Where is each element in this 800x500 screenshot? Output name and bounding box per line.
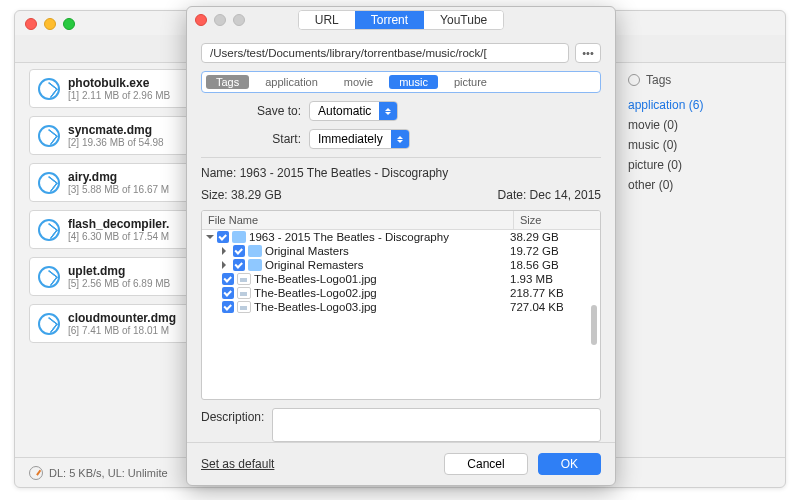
- table-row[interactable]: The-Beatles-Logo03.jpg727.04 KB: [202, 300, 600, 314]
- file-size: 1.93 MB: [510, 273, 596, 285]
- description-input[interactable]: [272, 408, 601, 442]
- tag-filter[interactable]: music (0): [628, 135, 773, 155]
- download-name: photobulk.exe: [68, 76, 170, 90]
- table-row[interactable]: The-Beatles-Logo01.jpg1.93 MB: [202, 272, 600, 286]
- speed-icon: [29, 466, 43, 480]
- download-item[interactable]: cloudmounter.dmg[6] 7.41 MB of 18.01 M: [29, 304, 199, 343]
- tag-filter[interactable]: application (6): [628, 95, 773, 115]
- table-row[interactable]: 1963 - 2015 The Beatles - Discography38.…: [202, 230, 600, 244]
- file-size: 19.72 GB: [510, 245, 596, 257]
- file-size: 218.77 KB: [510, 287, 596, 299]
- progress-icon: [38, 78, 60, 100]
- progress-icon: [38, 313, 60, 335]
- start-label: Start:: [241, 132, 301, 146]
- tag-filter[interactable]: other (0): [628, 175, 773, 195]
- file-name: The-Beatles-Logo01.jpg: [254, 273, 377, 285]
- download-item[interactable]: flash_decompiler.[4] 6.30 MB of 17.54 M: [29, 210, 199, 249]
- add-torrent-dialog: URL Torrent YouTube /Users/test/Document…: [186, 6, 616, 486]
- save-to-label: Save to:: [241, 104, 301, 118]
- status-text: DL: 5 KB/s, UL: Unlimite: [49, 467, 168, 479]
- table-row[interactable]: Original Masters19.72 GB: [202, 244, 600, 258]
- tags-label-chip: Tags: [206, 75, 249, 89]
- col-filename[interactable]: File Name: [202, 211, 514, 229]
- close-icon[interactable]: [25, 18, 37, 30]
- progress-icon: [38, 266, 60, 288]
- download-meta: [4] 6.30 MB of 17.54 M: [68, 231, 169, 242]
- table-row[interactable]: The-Beatles-Logo02.jpg218.77 KB: [202, 286, 600, 300]
- progress-icon: [38, 219, 60, 241]
- checkbox[interactable]: [217, 231, 229, 243]
- save-to-select[interactable]: Automatic: [309, 101, 398, 121]
- start-select[interactable]: Immediately: [309, 129, 410, 149]
- file-name: The-Beatles-Logo02.jpg: [254, 287, 377, 299]
- download-name: uplet.dmg: [68, 264, 170, 278]
- source-tabs: URL Torrent YouTube: [298, 10, 505, 30]
- path-field[interactable]: /Users/test/Documents/library/torrentbas…: [201, 43, 569, 63]
- download-item[interactable]: syncmate.dmg[2] 19.36 MB of 54.98: [29, 116, 199, 155]
- tag-filter[interactable]: picture (0): [628, 155, 773, 175]
- checkbox[interactable]: [233, 259, 245, 271]
- tags-heading: Tags: [628, 73, 773, 87]
- download-item[interactable]: airy.dmg[3] 5.88 MB of 16.67 M: [29, 163, 199, 202]
- download-item[interactable]: uplet.dmg[5] 2.56 MB of 6.89 MB: [29, 257, 199, 296]
- file-name: The-Beatles-Logo03.jpg: [254, 301, 377, 313]
- torrent-name: 1963 - 2015 The Beatles - Discography: [240, 166, 449, 180]
- progress-icon: [38, 125, 60, 147]
- disclosure-triangle-icon[interactable]: [206, 235, 214, 243]
- close-icon[interactable]: [195, 14, 207, 26]
- file-name: 1963 - 2015 The Beatles - Discography: [249, 231, 449, 243]
- tag-movie[interactable]: movie: [334, 75, 383, 89]
- file-icon: [237, 287, 251, 299]
- downloads-list: photobulk.exe[1] 2.11 MB of 2.96 MBsyncm…: [15, 63, 205, 457]
- folder-icon: [248, 245, 262, 257]
- checkbox[interactable]: [222, 301, 234, 313]
- folder-icon: [232, 231, 246, 243]
- download-name: flash_decompiler.: [68, 217, 169, 231]
- minimize-icon[interactable]: [44, 18, 56, 30]
- tag-picker: Tags application movie music picture: [201, 71, 601, 93]
- tags-panel: Tags application (6)movie (0)music (0)pi…: [615, 63, 785, 457]
- download-meta: [3] 5.88 MB of 16.67 M: [68, 184, 169, 195]
- tag-music[interactable]: music: [389, 75, 438, 89]
- file-size: 18.56 GB: [510, 259, 596, 271]
- download-name: airy.dmg: [68, 170, 169, 184]
- chevron-updown-icon: [391, 130, 409, 148]
- file-name: Original Masters: [265, 245, 349, 257]
- download-item[interactable]: photobulk.exe[1] 2.11 MB of 2.96 MB: [29, 69, 199, 108]
- scrollbar-thumb[interactable]: [591, 305, 597, 345]
- download-meta: [1] 2.11 MB of 2.96 MB: [68, 90, 170, 101]
- disclosure-triangle-icon[interactable]: [222, 261, 230, 269]
- table-row[interactable]: Original Remasters18.56 GB: [202, 258, 600, 272]
- download-meta: [6] 7.41 MB of 18.01 M: [68, 325, 176, 336]
- checkbox[interactable]: [222, 287, 234, 299]
- tag-filter[interactable]: movie (0): [628, 115, 773, 135]
- ok-button[interactable]: OK: [538, 453, 601, 475]
- set-as-default-link[interactable]: Set as default: [201, 457, 274, 471]
- tag-picture[interactable]: picture: [444, 75, 497, 89]
- download-name: cloudmounter.dmg: [68, 311, 176, 325]
- disclosure-triangle-icon[interactable]: [222, 247, 230, 255]
- cancel-button[interactable]: Cancel: [444, 453, 527, 475]
- tab-youtube[interactable]: YouTube: [424, 11, 503, 29]
- file-size: 38.29 GB: [510, 231, 596, 243]
- tab-torrent[interactable]: Torrent: [355, 11, 424, 29]
- file-name: Original Remasters: [265, 259, 363, 271]
- tag-application[interactable]: application: [255, 75, 328, 89]
- col-size[interactable]: Size: [514, 211, 600, 229]
- torrent-size: 38.29 GB: [231, 188, 282, 202]
- download-meta: [2] 19.36 MB of 54.98: [68, 137, 164, 148]
- progress-icon: [38, 172, 60, 194]
- tab-url[interactable]: URL: [299, 11, 355, 29]
- browse-button[interactable]: •••: [575, 43, 601, 63]
- description-label: Description:: [201, 408, 264, 424]
- folder-icon: [248, 259, 262, 271]
- maximize-icon: [233, 14, 245, 26]
- torrent-date: Dec 14, 2015: [530, 188, 601, 202]
- checkbox[interactable]: [233, 245, 245, 257]
- chevron-updown-icon: [379, 102, 397, 120]
- checkbox[interactable]: [222, 273, 234, 285]
- download-meta: [5] 2.56 MB of 6.89 MB: [68, 278, 170, 289]
- maximize-icon[interactable]: [63, 18, 75, 30]
- file-icon: [237, 301, 251, 313]
- download-name: syncmate.dmg: [68, 123, 164, 137]
